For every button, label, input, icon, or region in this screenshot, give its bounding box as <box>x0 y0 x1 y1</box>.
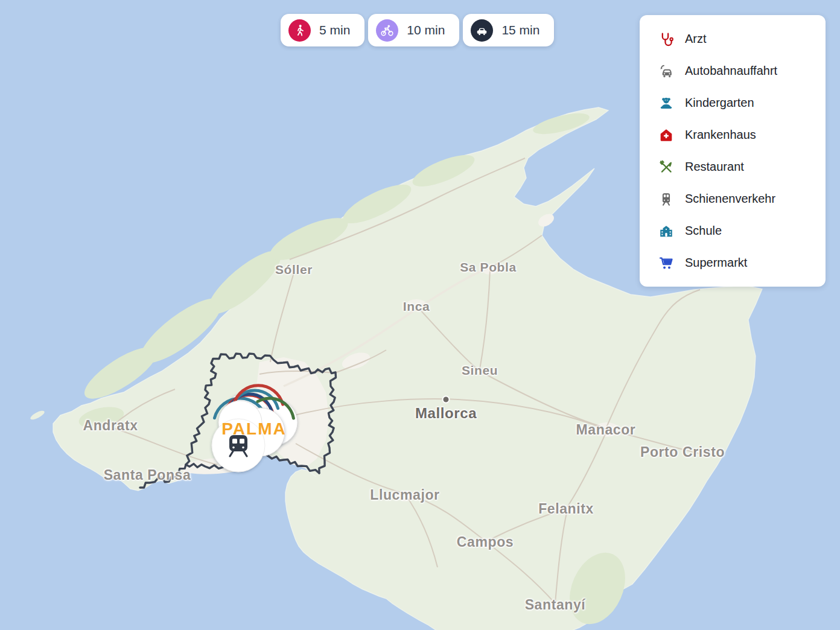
legend-item-kindergarten[interactable]: Kindergarten <box>640 87 826 119</box>
hospital-house-icon <box>657 127 675 143</box>
bike-time-label: 10 min <box>407 23 445 37</box>
map-label-soller: Sóller <box>275 262 313 277</box>
car-time-label: 15 min <box>501 23 539 37</box>
legend-item-supermarkt[interactable]: Supermarkt <box>640 247 826 279</box>
legend-item-schule[interactable]: Schule <box>640 215 826 247</box>
legend-item-schienenverkehr[interactable]: Schienenverkehr <box>640 183 826 215</box>
legend-label-arzt: Arzt <box>685 32 707 46</box>
school-building-icon <box>657 223 675 239</box>
map-label-llucmajor: Llucmajor <box>370 487 439 503</box>
cycling-icon <box>376 19 398 42</box>
legend-label-schienenverkehr: Schienenverkehr <box>685 192 775 206</box>
map-label-mallorca: Mallorca <box>415 405 477 422</box>
highway-ramp-car-icon <box>657 63 675 79</box>
fork-knife-icon <box>657 159 675 175</box>
bike-time-chip[interactable]: 10 min <box>368 14 459 46</box>
walk-time-chip[interactable]: 5 min <box>281 14 364 46</box>
legend-label-schule: Schule <box>685 224 722 238</box>
train-legend-icon <box>657 191 675 207</box>
teddy-bear-icon <box>657 95 675 111</box>
palma-city-label: PALMA <box>221 419 286 439</box>
legend-label-autobahnauffahrt: Autobahnauffahrt <box>685 64 777 78</box>
map-label-porto-cristo: Porto Cristo <box>640 444 725 460</box>
shopping-cart-icon <box>657 255 675 271</box>
map-label-manacor: Manacor <box>576 422 636 438</box>
walk-time-label: 5 min <box>319 23 350 37</box>
legend-item-arzt[interactable]: Arzt <box>640 23 826 55</box>
poi-legend-panel: Arzt Autobahnauffahrt <box>640 15 826 287</box>
stethoscope-icon <box>657 31 675 47</box>
map-label-andratx: Andratx <box>83 418 138 434</box>
car-time-chip[interactable]: 15 min <box>463 14 554 46</box>
map-label-campos: Campos <box>457 534 514 550</box>
legend-item-autobahnauffahrt[interactable]: Autobahnauffahrt <box>640 55 826 87</box>
mallorca-city-dot <box>442 396 450 404</box>
map-label-santa-ponsa: Santa Ponsa <box>104 467 191 483</box>
map-label-sineu: Sineu <box>462 363 498 378</box>
car-icon <box>471 19 493 42</box>
walking-icon <box>288 19 311 42</box>
map-label-felanitx: Felanitx <box>538 501 594 517</box>
legend-label-kindergarten: Kindergarten <box>685 96 754 110</box>
map-label-santanyi: Santanyí <box>525 597 586 613</box>
legend-label-supermarkt: Supermarkt <box>685 256 747 270</box>
legend-label-restaurant: Restaurant <box>685 160 744 174</box>
legend-item-krankenhaus[interactable]: Krankenhaus <box>640 119 826 151</box>
map-label-sa-pobla: Sa Pobla <box>460 260 517 275</box>
travel-time-toolbar: 5 min 10 min <box>281 14 554 46</box>
legend-item-restaurant[interactable]: Restaurant <box>640 151 826 183</box>
legend-label-krankenhaus: Krankenhaus <box>685 128 756 142</box>
map-label-inca: Inca <box>403 299 430 314</box>
